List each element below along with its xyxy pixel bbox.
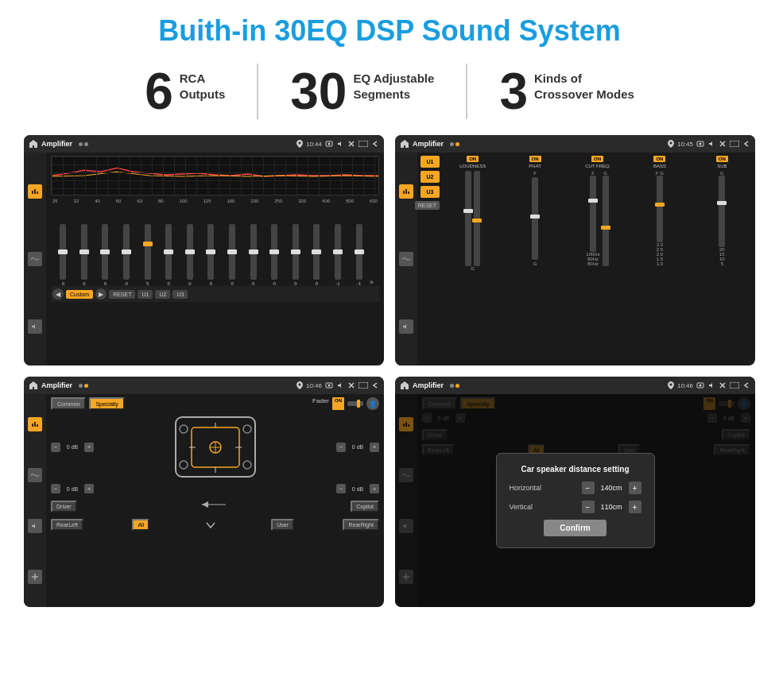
next-btn[interactable]: ▶ <box>95 288 107 300</box>
fader-slider[interactable] <box>347 401 363 406</box>
screen4-content: Common Specialty ON 👤 − 0 dB + <box>395 394 755 607</box>
on-cutfreq[interactable]: ON <box>591 156 603 162</box>
back-icon <box>371 140 379 148</box>
vertical-row: Vertical − 110cm + <box>510 501 641 513</box>
wave-icon-2[interactable] <box>399 252 413 266</box>
vol2-minus[interactable]: − <box>336 443 346 452</box>
vertical-plus[interactable]: + <box>629 501 641 513</box>
arrows-icon[interactable] <box>28 570 42 584</box>
u2-btn[interactable]: U2 <box>155 290 170 299</box>
u1-btn[interactable]: U1 <box>138 290 153 299</box>
vertical-label: Vertical <box>510 503 533 511</box>
copilot-btn[interactable]: Copilot <box>351 501 379 512</box>
speaker-sidebar-icon-3[interactable] <box>28 519 42 533</box>
fader-on[interactable]: ON <box>332 397 344 410</box>
user-icon: 👤 <box>366 397 379 410</box>
reset-crossover[interactable]: RESET <box>415 201 440 210</box>
dot8 <box>455 384 459 388</box>
vol4-plus[interactable]: + <box>370 484 379 493</box>
back-icon-3 <box>371 381 379 389</box>
speaker-sidebar-icon[interactable] <box>28 319 42 334</box>
wave-icon[interactable] <box>28 252 42 266</box>
screen2-title: Amplifier <box>413 140 444 148</box>
screen3-sidebar <box>24 394 46 607</box>
stats-row: 6 RCAOutputs 30 EQ AdjustableSegments 3 … <box>0 56 779 127</box>
driver-btn[interactable]: Driver <box>51 501 77 512</box>
on-phat[interactable]: ON <box>529 156 541 162</box>
on-loudness[interactable]: ON <box>467 156 479 162</box>
tab-common[interactable]: Common <box>51 397 86 410</box>
screen-fader: Amplifier 10:46 <box>24 377 384 607</box>
screen1-title: Amplifier <box>41 140 72 148</box>
prev-btn[interactable]: ◀ <box>52 288 64 300</box>
screen1-content: 253240506380100125160200250320400500630 … <box>24 153 384 365</box>
stat-crossover: 3 Kinds ofCrossover Modes <box>467 66 665 117</box>
home-icon-2 <box>400 139 409 149</box>
eq-icon-2[interactable] <box>399 184 413 199</box>
window-icon-4 <box>730 382 739 389</box>
screen3-main: Common Specialty Fader ON 👤 − <box>46 394 384 607</box>
rearright-btn[interactable]: RearRight <box>343 519 379 531</box>
slider-8: 0 <box>200 224 222 286</box>
horizontal-minus[interactable]: − <box>582 481 595 494</box>
horizontal-value: 140cm <box>598 484 626 492</box>
vol3-plus[interactable]: + <box>84 484 94 493</box>
ctrl-cutfreq: ON CUT FREQ F 100Hz 90Hz 80Hz G <box>568 156 627 362</box>
stat-rca-label: RCAOutputs <box>180 71 226 102</box>
on-sub[interactable]: ON <box>716 156 728 162</box>
confirm-button[interactable]: Confirm <box>544 520 606 536</box>
stat-crossover-number: 3 <box>499 66 528 117</box>
ctrl-bass: ON BASS F G 3.0 2.5 2.0 1.5 1.0 <box>630 156 689 362</box>
vol3-val: 0 dB <box>63 486 82 492</box>
screens-grid: Amplifier 10:44 <box>0 127 779 615</box>
screen3-time: 10:46 <box>306 382 322 389</box>
user-btn[interactable]: User <box>271 519 294 531</box>
tab-specialty[interactable]: Specialty <box>89 397 124 410</box>
screen-eq-sliders: Amplifier 10:44 <box>24 135 384 365</box>
location-icon-3 <box>296 381 303 389</box>
camera-icon-3 <box>325 381 333 389</box>
slider-4: 0 <box>116 224 138 286</box>
location-icon-4 <box>668 381 674 389</box>
u3-crossover[interactable]: U3 <box>421 186 440 198</box>
all-btn[interactable]: All <box>132 519 149 531</box>
window-icon <box>358 141 368 147</box>
dot6 <box>84 384 88 388</box>
window-icon-2 <box>730 141 739 147</box>
wave-icon-3[interactable] <box>28 468 42 482</box>
u3-btn[interactable]: U3 <box>172 290 188 299</box>
screen3-title: Amplifier <box>41 381 72 389</box>
speaker-sidebar-icon-2[interactable] <box>399 319 413 334</box>
horizontal-row: Horizontal − 140cm + <box>510 481 641 494</box>
vol2-plus[interactable]: + <box>370 443 379 452</box>
horizontal-plus[interactable]: + <box>629 481 641 494</box>
u1-crossover[interactable]: U1 <box>421 156 440 168</box>
screen2-sidebar <box>395 153 417 365</box>
reset-btn[interactable]: RESET <box>109 290 135 299</box>
volume-icon-3 <box>336 381 344 389</box>
slider-10: 0 <box>242 224 264 286</box>
car-diagram <box>172 413 259 481</box>
vol1-plus[interactable]: + <box>84 443 94 452</box>
eq-icon-3[interactable] <box>28 417 42 431</box>
slider-13: 0 <box>306 224 327 286</box>
vol4-minus[interactable]: − <box>336 484 346 493</box>
vertical-minus[interactable]: − <box>582 501 595 513</box>
camera-icon-2 <box>696 140 704 148</box>
eq-icon[interactable] <box>28 184 42 199</box>
vol1-minus[interactable]: − <box>51 443 60 452</box>
vol3-minus[interactable]: − <box>51 484 60 493</box>
horizontal-controls: − 140cm + <box>582 481 641 494</box>
ctrl-phat: ON PHAT F G <box>505 156 564 362</box>
screen4-topbar: Amplifier 10:46 <box>395 377 755 394</box>
svg-point-30 <box>243 425 251 433</box>
stat-rca: 6 RCAOutputs <box>113 66 257 117</box>
on-bass[interactable]: ON <box>653 156 665 162</box>
page-title: Buith-in 30EQ DSP Sound System <box>0 0 779 56</box>
slider-9: 0 <box>222 224 243 286</box>
distance-dialog-overlay: Car speaker distance setting Horizontal … <box>395 394 755 607</box>
vertical-value: 110cm <box>598 503 626 511</box>
custom-btn[interactable]: Custom <box>66 290 93 299</box>
rearleft-btn[interactable]: RearLeft <box>51 519 83 531</box>
u2-crossover[interactable]: U2 <box>421 171 440 183</box>
